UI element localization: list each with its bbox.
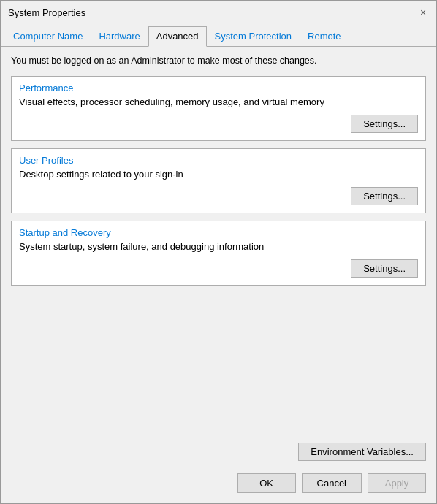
tab-computer-name[interactable]: Computer Name xyxy=(5,26,91,47)
performance-title: Performance xyxy=(19,83,418,93)
apply-button[interactable]: Apply xyxy=(368,473,426,493)
window-title: System Properties xyxy=(8,7,86,18)
environment-variables-button[interactable]: Environment Variables... xyxy=(298,443,426,461)
performance-section: Performance Visual effects, processor sc… xyxy=(11,76,426,141)
main-content: You must be logged on as an Administrato… xyxy=(1,47,436,467)
footer: OK Cancel Apply xyxy=(1,467,436,503)
user-profiles-desc: Desktop settings related to your sign-in xyxy=(19,169,418,180)
title-bar: System Properties × xyxy=(1,1,436,23)
tab-advanced[interactable]: Advanced xyxy=(148,26,207,47)
admin-notice: You must be logged on as an Administrato… xyxy=(11,56,426,66)
cancel-button[interactable]: Cancel xyxy=(302,473,362,493)
startup-recovery-title: Startup and Recovery xyxy=(19,227,418,238)
startup-recovery-desc: System startup, system failure, and debu… xyxy=(19,241,418,252)
user-profiles-btn-row: Settings... xyxy=(19,187,418,205)
startup-recovery-section: Startup and Recovery System startup, sys… xyxy=(11,221,426,286)
env-variables-row: Environment Variables... xyxy=(11,443,426,461)
tab-system-protection[interactable]: System Protection xyxy=(207,26,300,47)
tab-hardware[interactable]: Hardware xyxy=(91,26,148,47)
performance-btn-row: Settings... xyxy=(19,115,418,133)
performance-settings-button[interactable]: Settings... xyxy=(351,115,418,133)
performance-desc: Visual effects, processor scheduling, me… xyxy=(19,96,418,107)
tab-remote[interactable]: Remote xyxy=(300,26,349,47)
close-button[interactable]: × xyxy=(416,5,430,20)
startup-recovery-btn-row: Settings... xyxy=(19,259,418,278)
ok-button[interactable]: OK xyxy=(238,473,296,493)
startup-recovery-settings-button[interactable]: Settings... xyxy=(351,259,418,278)
system-properties-window: System Properties × Computer Name Hardwa… xyxy=(0,0,437,504)
tab-bar: Computer Name Hardware Advanced System P… xyxy=(1,23,436,47)
user-profiles-settings-button[interactable]: Settings... xyxy=(351,187,418,205)
user-profiles-title: User Profiles xyxy=(19,155,418,166)
user-profiles-section: User Profiles Desktop settings related t… xyxy=(11,148,426,213)
